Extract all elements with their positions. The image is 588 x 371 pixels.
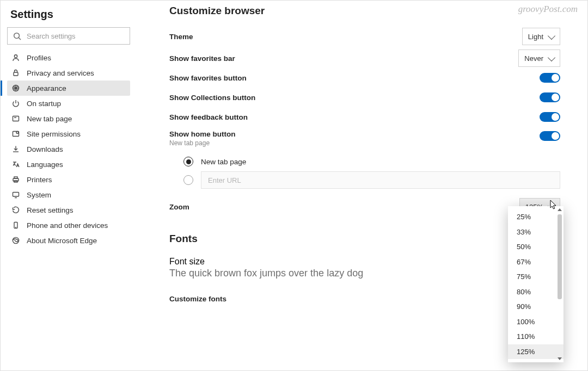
feedback-button-toggle[interactable] bbox=[540, 112, 560, 122]
power-icon bbox=[11, 99, 20, 108]
favorites-bar-dropdown[interactable]: Never bbox=[518, 50, 560, 67]
home-button-sublabel: New tab page bbox=[169, 139, 235, 147]
font-size-row: Font size The quick brown fox jumps over… bbox=[169, 257, 560, 279]
fonts-heading: Fonts bbox=[169, 233, 560, 245]
settings-nav: Profiles Privacy and services Appearance… bbox=[7, 50, 130, 248]
sidebar-item-printers[interactable]: Printers bbox=[7, 172, 130, 187]
sidebar-item-label: Privacy and services bbox=[27, 69, 94, 77]
zoom-option[interactable]: 75% bbox=[508, 269, 564, 285]
zoom-option[interactable]: 25% bbox=[508, 209, 564, 225]
sidebar-item-label: New tab page bbox=[27, 115, 72, 123]
svg-rect-3 bbox=[14, 72, 18, 76]
home-radio-newtab-row[interactable]: New tab page bbox=[183, 152, 560, 171]
search-icon bbox=[13, 32, 21, 40]
sidebar-item-label: Languages bbox=[27, 160, 63, 169]
zoom-dropdown-menu[interactable]: 25% 33% 50% 67% 75% 80% 90% 100% 110% 12… bbox=[508, 206, 564, 362]
lock-icon bbox=[11, 69, 20, 77]
sidebar-item-languages[interactable]: Languages bbox=[7, 157, 130, 172]
collections-button-toggle[interactable] bbox=[540, 92, 560, 102]
svg-point-2 bbox=[14, 55, 17, 58]
chevron-down-icon bbox=[548, 32, 555, 39]
scroll-up-icon[interactable] bbox=[558, 208, 562, 211]
sidebar-item-appearance[interactable]: Appearance bbox=[7, 81, 130, 96]
svg-point-8 bbox=[16, 132, 19, 134]
svg-rect-12 bbox=[13, 193, 19, 197]
favorites-button-row: Show favorites button bbox=[169, 68, 560, 88]
svg-rect-10 bbox=[14, 177, 17, 178]
sidebar-item-newtab[interactable]: New tab page bbox=[7, 111, 130, 126]
home-button-row: Show home button New tab page bbox=[169, 127, 560, 147]
sidebar-item-profiles[interactable]: Profiles bbox=[7, 50, 130, 65]
svg-rect-5 bbox=[13, 116, 19, 121]
appearance-icon bbox=[11, 84, 20, 92]
zoom-row: Zoom 125% bbox=[169, 197, 560, 217]
download-icon bbox=[11, 145, 20, 153]
home-button-label: Show home button bbox=[169, 130, 235, 138]
zoom-option[interactable]: 33% bbox=[508, 225, 564, 240]
home-url-input[interactable]: Enter URL bbox=[201, 171, 560, 189]
collections-button-label: Show Collections button bbox=[169, 94, 255, 102]
sidebar-item-label: Printers bbox=[27, 176, 52, 184]
customize-fonts-row[interactable]: Customize fonts bbox=[169, 289, 560, 308]
sidebar-item-startup[interactable]: On startup bbox=[7, 96, 130, 111]
sidebar-item-label: System bbox=[27, 191, 51, 199]
sidebar-item-phone[interactable]: Phone and other devices bbox=[7, 218, 130, 233]
radio-newtab-label: New tab page bbox=[201, 158, 246, 166]
radio-newtab[interactable] bbox=[183, 157, 193, 166]
sidebar-item-reset[interactable]: Reset settings bbox=[7, 202, 130, 218]
sidebar-item-downloads[interactable]: Downloads bbox=[7, 141, 130, 157]
phone-icon bbox=[11, 221, 20, 230]
sidebar-item-label: Site permissions bbox=[27, 130, 81, 138]
customize-browser-heading: Customize browser bbox=[169, 5, 560, 17]
sidebar-item-system[interactable]: System bbox=[7, 187, 130, 202]
zoom-menu-scrollbar[interactable] bbox=[556, 208, 564, 361]
theme-value: Light bbox=[528, 33, 543, 41]
sidebar-item-label: Profiles bbox=[27, 54, 51, 62]
favorites-button-toggle[interactable] bbox=[540, 73, 560, 83]
edge-icon bbox=[11, 236, 20, 245]
scroll-thumb[interactable] bbox=[558, 214, 562, 299]
home-button-radio-group: New tab page Enter URL bbox=[169, 147, 560, 189]
sidebar-item-label: Reset settings bbox=[27, 206, 74, 214]
zoom-label: Zoom bbox=[169, 203, 189, 211]
newtab-icon bbox=[11, 114, 20, 123]
permissions-icon bbox=[11, 129, 20, 138]
zoom-option[interactable]: 100% bbox=[508, 314, 564, 330]
sidebar-item-label: About Microsoft Edge bbox=[27, 237, 97, 245]
system-icon bbox=[11, 190, 20, 199]
home-button-toggle[interactable] bbox=[540, 131, 560, 141]
zoom-option[interactable]: 110% bbox=[508, 329, 564, 344]
sidebar-item-label: Downloads bbox=[27, 145, 63, 153]
sidebar-item-about[interactable]: About Microsoft Edge bbox=[7, 233, 130, 248]
settings-sidebar: Settings Search settings Profiles Privac… bbox=[1, 1, 137, 370]
sidebar-item-label: Phone and other devices bbox=[27, 221, 108, 230]
watermark-text: groovyPost.com bbox=[518, 4, 578, 15]
search-placeholder: Search settings bbox=[27, 32, 76, 40]
theme-label: Theme bbox=[169, 33, 193, 41]
home-radio-url-row[interactable]: Enter URL bbox=[183, 171, 560, 189]
feedback-button-label: Show feedback button bbox=[169, 113, 248, 121]
profile-icon bbox=[11, 53, 20, 62]
zoom-option[interactable]: 125% bbox=[508, 344, 564, 360]
theme-dropdown[interactable]: Light bbox=[522, 28, 560, 45]
feedback-button-row: Show feedback button bbox=[169, 107, 560, 127]
scroll-down-icon[interactable] bbox=[558, 357, 562, 360]
chevron-down-icon bbox=[548, 53, 555, 61]
zoom-option[interactable]: 67% bbox=[508, 255, 564, 270]
svg-line-1 bbox=[19, 38, 21, 40]
font-size-label: Font size bbox=[169, 257, 560, 267]
favorites-bar-label: Show favorites bar bbox=[169, 54, 235, 63]
zoom-option[interactable]: 80% bbox=[508, 285, 564, 300]
search-settings-input[interactable]: Search settings bbox=[7, 27, 130, 45]
sidebar-item-site-permissions[interactable]: Site permissions bbox=[7, 126, 130, 141]
sidebar-item-privacy[interactable]: Privacy and services bbox=[7, 65, 130, 81]
reset-icon bbox=[11, 206, 20, 214]
zoom-option[interactable]: 50% bbox=[508, 239, 564, 255]
language-icon bbox=[11, 160, 20, 169]
settings-title: Settings bbox=[10, 8, 130, 21]
main-panel: Customize browser Theme Light Show favor… bbox=[137, 1, 587, 370]
radio-url[interactable] bbox=[183, 175, 193, 185]
sidebar-item-label: On startup bbox=[27, 100, 61, 108]
zoom-option[interactable]: 90% bbox=[508, 299, 564, 314]
svg-point-0 bbox=[14, 33, 20, 38]
